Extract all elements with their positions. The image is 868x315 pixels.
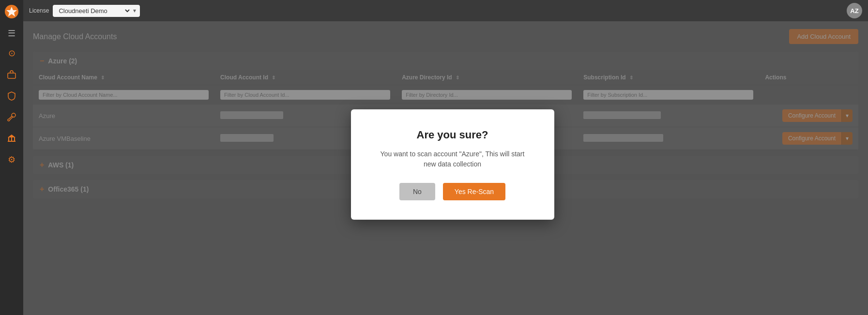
svg-rect-2 bbox=[8, 73, 15, 78]
shield-icon[interactable] bbox=[3, 87, 20, 105]
bank-icon[interactable] bbox=[3, 130, 20, 147]
svg-rect-6 bbox=[14, 137, 15, 141]
yes-rescan-button[interactable]: Yes Re-Scan bbox=[443, 183, 505, 200]
content-area: Manage Cloud Accounts Add Cloud Account … bbox=[23, 21, 868, 315]
wrench-icon[interactable] bbox=[3, 108, 20, 126]
briefcase-icon[interactable] bbox=[3, 66, 20, 83]
chevron-down-icon: ▾ bbox=[133, 7, 136, 14]
no-button[interactable]: No bbox=[399, 183, 435, 200]
menu-toggle[interactable]: ☰ bbox=[0, 25, 23, 42]
svg-marker-7 bbox=[8, 135, 15, 137]
svg-rect-3 bbox=[8, 141, 15, 142]
svg-rect-5 bbox=[11, 137, 12, 141]
modal-actions: No Yes Re-Scan bbox=[374, 183, 531, 200]
main-content: License Cloudneeti Demo ▾ AZ Manage Clou… bbox=[23, 0, 868, 315]
confirmation-modal: Are you sure? You want to scan account "… bbox=[351, 109, 554, 220]
app-logo[interactable] bbox=[4, 4, 19, 19]
avatar[interactable]: AZ bbox=[847, 3, 862, 18]
topbar-title: License bbox=[29, 7, 49, 14]
modal-title: Are you sure? bbox=[374, 129, 531, 141]
sidebar: ☰ ⊙ ⚙ bbox=[0, 0, 23, 315]
topbar: License Cloudneeti Demo ▾ AZ bbox=[23, 0, 868, 21]
home-icon[interactable]: ⊙ bbox=[3, 45, 20, 62]
svg-rect-4 bbox=[8, 137, 9, 141]
account-selector[interactable]: Cloudneeti Demo ▾ bbox=[53, 5, 140, 17]
settings-icon[interactable]: ⚙ bbox=[3, 151, 20, 168]
account-select[interactable]: Cloudneeti Demo bbox=[57, 7, 131, 15]
modal-overlay: Are you sure? You want to scan account "… bbox=[23, 21, 868, 315]
modal-body: You want to scan account "Azure", This w… bbox=[374, 149, 531, 169]
